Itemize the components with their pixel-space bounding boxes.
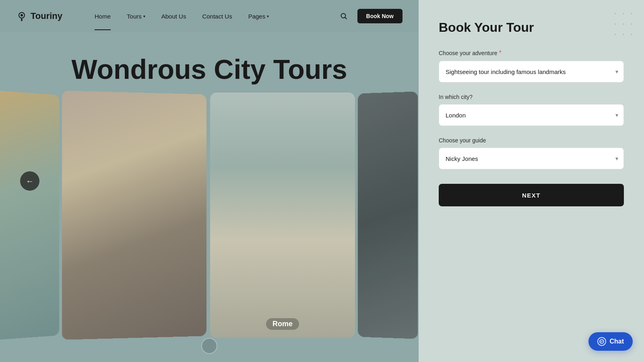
- svg-line-3: [345, 18, 347, 19]
- svg-point-4: [600, 339, 604, 343]
- adventure-label: Choose your adventure *: [439, 49, 624, 57]
- panel-title: Book Your Tour: [439, 20, 624, 35]
- guide-label: Choose your guide: [439, 137, 624, 144]
- city-label: In which city?: [439, 94, 624, 100]
- svg-point-2: [341, 14, 345, 18]
- search-icon: [340, 12, 347, 20]
- book-now-button[interactable]: Book Now: [357, 9, 402, 23]
- next-button[interactable]: NEXT: [439, 184, 624, 206]
- carousel-dot: [201, 338, 217, 354]
- main-nav: Home Tours ▾ About Us Contact Us Pages ▾: [87, 10, 277, 23]
- adventure-select-wrapper: Sightseeing tour including famous landma…: [439, 61, 624, 82]
- chat-button[interactable]: Chat: [588, 332, 633, 351]
- hero-title: Wondrous City Tours: [0, 54, 419, 84]
- chat-label: Chat: [609, 338, 624, 345]
- gallery-image-4: [358, 91, 418, 339]
- logo-text: Touriny: [31, 11, 62, 21]
- required-star: *: [499, 49, 502, 57]
- gallery-image-1: [0, 90, 59, 340]
- chevron-down-icon: ▾: [143, 14, 145, 19]
- svg-point-1: [21, 14, 23, 16]
- adventure-select[interactable]: Sightseeing tour including famous landma…: [439, 61, 624, 82]
- guide-select-wrapper: Nicky Jones James Wilson Sarah Brown Tom…: [439, 148, 624, 169]
- carousel-indicator[interactable]: [201, 338, 217, 354]
- search-button[interactable]: [336, 9, 351, 23]
- guide-form-group: Choose your guide Nicky Jones James Wils…: [439, 137, 624, 169]
- main-content: Touriny Home Tours ▾ About Us Contact Us…: [0, 0, 419, 362]
- city-label: Rome: [266, 318, 299, 330]
- back-arrow-button[interactable]: ←: [20, 171, 39, 191]
- chat-icon: [597, 337, 606, 346]
- city-form-group: In which city? London Rome Paris Barcelo…: [439, 94, 624, 126]
- nav-pages[interactable]: Pages ▾: [240, 10, 277, 23]
- gallery-image-3: Rome: [210, 93, 355, 338]
- guide-select[interactable]: Nicky Jones James Wilson Sarah Brown Tom…: [439, 148, 624, 169]
- chevron-down-icon-pages: ▾: [267, 14, 269, 19]
- logo[interactable]: Touriny: [16, 10, 62, 22]
- nav-contact[interactable]: Contact Us: [194, 10, 240, 23]
- nav-tours[interactable]: Tours ▾: [119, 10, 153, 23]
- header-right: Book Now: [336, 9, 402, 23]
- nav-about[interactable]: About Us: [153, 10, 194, 23]
- adventure-form-group: Choose your adventure * Sightseeing tour…: [439, 49, 624, 82]
- header: Touriny Home Tours ▾ About Us Contact Us…: [0, 0, 419, 32]
- nav-home[interactable]: Home: [87, 10, 119, 23]
- city-select[interactable]: London Rome Paris Barcelona Amsterdam: [439, 104, 624, 126]
- dots-decoration: · · ·· · ·· · ·: [614, 8, 634, 39]
- logo-icon: [16, 10, 27, 22]
- city-select-wrapper: London Rome Paris Barcelona Amsterdam ▾: [439, 104, 624, 126]
- booking-panel: · · ·· · ·· · · Book Your Tour Choose yo…: [419, 0, 644, 362]
- gallery-image-2: [62, 90, 206, 340]
- arrow-left-icon: ←: [26, 177, 34, 186]
- image-gallery: Rome: [0, 93, 419, 338]
